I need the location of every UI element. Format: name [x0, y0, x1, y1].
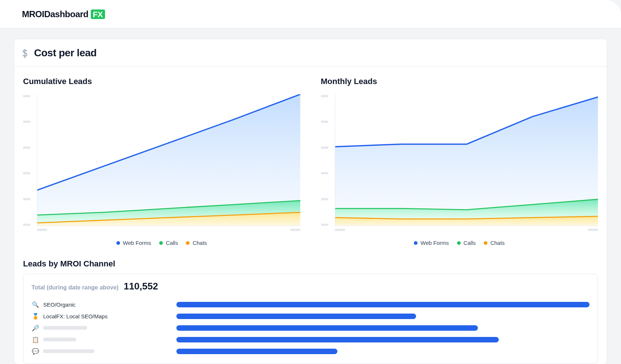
legend-label: Calls — [166, 240, 178, 246]
channel-label-wrap: 💬 — [31, 348, 176, 354]
chart-cumulative-frame — [23, 94, 300, 237]
channel-total-value: 110,552 — [124, 281, 158, 292]
tick-placeholder — [23, 121, 30, 123]
tick-placeholder — [23, 224, 30, 226]
channel-label: LocalFX: Local SEO/Maps — [43, 313, 108, 319]
channel-label-wrap: 🔍SEO/Organic — [31, 301, 176, 308]
legend-label: Web Forms — [420, 240, 449, 246]
channel-total-label: Total (during date range above) — [31, 284, 119, 291]
channel-label: SEO/Organic — [43, 302, 75, 308]
legend-item-calls[interactable]: Calls — [159, 240, 178, 246]
tick-placeholder — [23, 147, 30, 149]
chart-cumulative: Cumulative Leads — [23, 77, 300, 246]
tick-placeholder — [321, 172, 328, 174]
channel-bar-fill — [176, 314, 416, 319]
legend-label: Calls — [464, 240, 476, 246]
tick-placeholder — [321, 147, 328, 149]
tick-placeholder — [321, 121, 328, 123]
legend-label: Web Forms — [123, 240, 151, 246]
channel-bar-track — [176, 314, 590, 319]
channel-icon: 💬 — [31, 348, 40, 354]
channel-bar-fill — [176, 302, 590, 307]
channel-label-wrap: 📋 — [31, 336, 176, 343]
tick-placeholder — [23, 95, 30, 97]
legend-label: Chats — [192, 240, 207, 246]
channel-icon: 📋 — [31, 336, 40, 343]
legend-item-webforms[interactable]: Web Forms — [116, 240, 151, 246]
chart-monthly: Monthly Leads — [321, 77, 598, 246]
label-placeholder — [43, 326, 87, 330]
channel-icon: 🔎 — [31, 325, 40, 331]
tick-placeholder — [335, 229, 345, 231]
channel-bar-fill — [176, 349, 337, 354]
chart-monthly-plot[interactable] — [335, 94, 598, 226]
y-axis-ticks — [23, 94, 34, 226]
tick-placeholder — [588, 229, 598, 231]
legend-dot — [159, 241, 163, 245]
app-window: MROIDashboardFX Cost per lead Cumulative… — [0, 0, 621, 364]
legend-label: Chats — [490, 240, 505, 246]
panel-header: Cost per lead — [14, 39, 607, 67]
legend-item-webforms[interactable]: Web Forms — [414, 240, 449, 246]
channel-row[interactable]: 🔎 — [31, 322, 590, 334]
tick-placeholder — [321, 95, 328, 97]
channel-bar-track — [176, 349, 590, 354]
channel-bar-fill — [176, 337, 499, 342]
channel-bar-track — [176, 302, 590, 307]
chart-monthly-frame — [321, 94, 598, 237]
legend-dot — [457, 241, 461, 245]
channel-bar-track — [176, 325, 590, 331]
label-placeholder — [43, 349, 94, 353]
y-axis-ticks — [321, 94, 332, 226]
channel-row[interactable]: 🏅LocalFX: Local SEO/Maps — [31, 310, 590, 322]
channel-total-line: Total (during date range above) 110,552 — [31, 281, 590, 292]
channel-bar-fill — [176, 325, 478, 331]
dollar-icon — [21, 49, 29, 57]
charts-row: Cumulative Leads — [14, 67, 607, 249]
body-area: Cost per lead Cumulative Leads — [0, 29, 621, 364]
legend-dot — [116, 241, 120, 245]
channel-label-wrap: 🔎 — [31, 325, 176, 331]
tick-placeholder — [23, 198, 30, 200]
legend-item-chats[interactable]: Chats — [484, 240, 505, 246]
brand-fx-badge: FX — [91, 10, 105, 19]
legend-item-chats[interactable]: Chats — [186, 240, 207, 246]
brand-text: MROIDashboard — [22, 9, 89, 19]
channel-row[interactable]: 📋 — [31, 334, 590, 345]
channel-bar-track — [176, 337, 590, 342]
channel-row[interactable]: 🔍SEO/Organic — [31, 299, 590, 310]
legend-dot — [186, 241, 190, 245]
cost-per-lead-panel: Cost per lead Cumulative Leads — [14, 39, 607, 364]
tick-placeholder — [321, 224, 328, 226]
chart-cumulative-plot[interactable] — [37, 94, 300, 226]
channel-icon: 🏅 — [31, 313, 40, 319]
tick-placeholder — [321, 198, 328, 200]
topbar: MROIDashboardFX — [0, 0, 621, 29]
channel-row[interactable]: 💬 — [31, 345, 590, 357]
channel-rows: 🔍SEO/Organic🏅LocalFX: Local SEO/Maps🔎📋💬 — [31, 299, 590, 357]
chart-monthly-legend: Web Forms Calls Chats — [321, 237, 598, 246]
channel-icon: 🔍 — [31, 301, 40, 308]
x-axis-ticks — [335, 229, 598, 231]
legend-dot — [484, 241, 487, 245]
label-placeholder — [43, 338, 76, 341]
legend-item-calls[interactable]: Calls — [457, 240, 476, 246]
x-axis-ticks — [37, 229, 300, 231]
tick-placeholder — [290, 229, 300, 231]
legend-dot — [414, 241, 418, 245]
channel-label-wrap: 🏅LocalFX: Local SEO/Maps — [31, 313, 176, 319]
tick-placeholder — [23, 172, 30, 174]
leads-by-channel-title: Leads by MROI Channel — [14, 249, 607, 274]
tick-placeholder — [37, 229, 47, 231]
brand-logo: MROIDashboardFX — [22, 9, 105, 19]
leads-by-channel-panel: Total (during date range above) 110,552 … — [23, 274, 598, 364]
chart-cumulative-legend: Web Forms Calls Chats — [23, 237, 300, 246]
chart-monthly-title: Monthly Leads — [321, 77, 598, 86]
panel-title: Cost per lead — [34, 47, 97, 59]
chart-cumulative-title: Cumulative Leads — [23, 77, 300, 86]
